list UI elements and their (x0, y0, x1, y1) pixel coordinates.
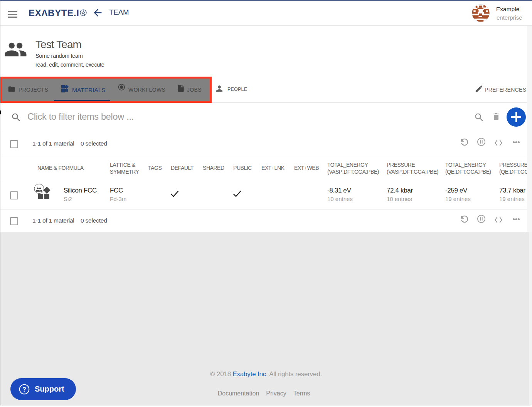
svg-text:?: ? (22, 386, 26, 393)
